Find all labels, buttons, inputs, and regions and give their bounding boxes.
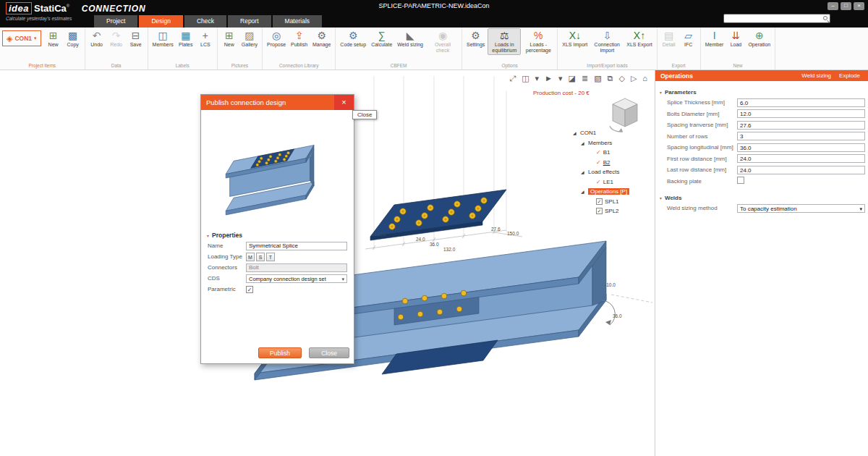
transparency-icon[interactable]: ◇ <box>618 73 624 83</box>
ribbon-labels-lcs-button[interactable]: +LCS <box>196 28 215 49</box>
ribbon-new-member-button[interactable]: IMember <box>703 28 726 49</box>
send-view-icon[interactable]: ▷ <box>631 73 637 83</box>
expander-icon[interactable]: ◢ <box>581 169 588 174</box>
tab-project[interactable]: Project <box>94 15 137 28</box>
ribbon-connection-library-manage-button[interactable]: ⚙Manage <box>310 28 333 49</box>
maximize-button[interactable]: □ <box>841 2 851 10</box>
ribbon-project-items-new-button[interactable]: ⊞New <box>44 28 63 49</box>
publish-button[interactable]: Publish <box>258 347 302 358</box>
select-caret-icon[interactable]: ▾ <box>558 73 563 83</box>
loading-type-s-button[interactable]: S <box>256 253 265 261</box>
section-collapse-icon[interactable]: ▾ <box>660 90 662 95</box>
checkbox-checked-icon[interactable]: ✓ <box>596 198 603 205</box>
loading-type-row: Loading Type M S T <box>208 251 347 262</box>
section-collapse-icon[interactable]: ▾ <box>207 233 209 238</box>
tree-node-le1[interactable]: ✓LE1 <box>571 177 652 187</box>
tree-node-con1[interactable]: ◢CON1 <box>571 128 652 138</box>
ribbon-group-label: Connection Library <box>265 62 333 69</box>
tree-node-spl2[interactable]: ✓SPL2 <box>571 206 652 216</box>
checked-icon[interactable]: ✓ <box>596 149 601 156</box>
param-label: Spacing longitudinal [mm] <box>667 144 737 151</box>
ribbon-item-label: Gallery <box>242 42 258 48</box>
camera-view-icon[interactable]: ◫ <box>522 73 529 83</box>
search-input[interactable] <box>723 14 830 23</box>
expander-icon[interactable]: ◢ <box>581 140 588 145</box>
copy-picture-icon[interactable]: ⧉ <box>608 73 613 83</box>
ribbon-data-save-button[interactable]: ⊟Save <box>127 28 145 49</box>
fit-view-icon[interactable]: ⤢ <box>509 73 516 83</box>
tree-node-spl1[interactable]: ✓SPL1 <box>571 197 652 207</box>
param-last-row-distance-mm-input[interactable]: 24.0 <box>737 166 865 174</box>
weld-sizing-link[interactable]: Weld sizing <box>801 72 839 79</box>
ribbon-options-loads-percentage-button[interactable]: %Loads - percentage <box>522 28 555 55</box>
param-spacing-tranverse-mm-input[interactable]: 27.6 <box>737 121 865 130</box>
section-collapse-icon[interactable]: ▾ <box>660 195 662 200</box>
ribbon-import-export-loads-connection-import-button[interactable]: ⇩Connection Import <box>590 28 624 55</box>
loading-type-t-button[interactable]: T <box>266 253 275 261</box>
clip-plane-icon[interactable]: ◪ <box>569 73 576 83</box>
ribbon-connection-library-publish-button[interactable]: ⇪Publish <box>289 28 310 49</box>
code-setup-icon: ⚙ <box>349 30 358 42</box>
tree-node-members[interactable]: ◢Members <box>571 138 652 148</box>
tab-materials[interactable]: Materials <box>273 15 322 28</box>
cds-select[interactable]: Company connection design set ▾ <box>246 274 347 283</box>
tree-node-load-effects[interactable]: ◢Load effects <box>571 167 652 177</box>
minimize-button[interactable]: – <box>827 2 838 10</box>
name-input[interactable] <box>246 242 347 250</box>
ribbon-project-items-copy-button[interactable]: ▩Copy <box>64 28 82 49</box>
ribbon-connection-library-propose-button[interactable]: ◎Propose <box>265 28 288 49</box>
ribbon-cbfem-code-setup-button[interactable]: ⚙Code setup <box>338 28 368 49</box>
ribbon-options-settings-button[interactable]: ⚙Settings <box>464 28 487 49</box>
close-button[interactable]: × <box>854 2 864 10</box>
solid-mode-icon[interactable]: ▧ <box>594 73 601 83</box>
ribbon-new-operation-button[interactable]: ⊕Operation <box>746 28 773 49</box>
ribbon-project-items-con1-button[interactable]: ◈CON1▾ <box>2 30 41 46</box>
ribbon-new-load-button[interactable]: ⇊Load <box>726 28 745 49</box>
parametric-checkbox[interactable]: ✓ <box>246 286 253 293</box>
tree-node-b2[interactable]: ✓B2 <box>571 158 652 168</box>
ribbon-group-cbfem: ⚙Code setup∑Calculate◣Weld sizing◉Overal… <box>336 28 462 69</box>
viewport-3d[interactable]: 132.0 24.0 36.0 132.0 27.6 150.0 -10.0 3… <box>0 70 655 456</box>
tab-design[interactable]: Design <box>139 15 182 28</box>
param-weld-sizing-method-select[interactable]: To capacity estimation▾ <box>737 204 865 213</box>
ribbon-labels-plates-button[interactable]: ▦Plates <box>176 28 195 49</box>
dialog-titlebar[interactable]: Publish connection design × <box>201 95 354 110</box>
ribbon-pictures-gallery-button[interactable]: ▨Gallery <box>239 28 260 49</box>
ribbon-cbfem-calculate-button[interactable]: ∑Calculate <box>369 28 394 49</box>
checked-icon[interactable]: ✓ <box>596 159 601 166</box>
expander-icon[interactable]: ◢ <box>581 189 588 194</box>
param-spacing-longitudinal-mm-input[interactable]: 36.0 <box>737 143 865 152</box>
tree-node-operations-p[interactable]: ◢Operations [P] <box>571 187 652 197</box>
param-backing-plate-checkbox[interactable] <box>737 177 744 184</box>
ribbon-import-export-loads-xls-export-button[interactable]: X↑XLS Export <box>624 28 654 49</box>
ribbon-data-undo-button[interactable]: ↶Undo <box>88 28 106 49</box>
tree-node-b1[interactable]: ✓B1 <box>571 148 652 158</box>
home-view-icon[interactable]: ⌂ <box>642 73 647 83</box>
checkbox-checked-icon[interactable]: ✓ <box>596 208 603 214</box>
param-bolts-diameter-mm-input[interactable]: 12.0 <box>737 109 865 118</box>
expander-icon[interactable]: ◢ <box>573 130 580 135</box>
publish-dialog: Publish connection design × ▾ <box>200 94 354 364</box>
checked-icon[interactable]: ✓ <box>596 179 601 185</box>
explode-link[interactable]: Explode <box>839 72 868 79</box>
tab-check[interactable]: Check <box>184 15 226 28</box>
select-cursor-icon[interactable]: ► <box>545 73 553 83</box>
ribbon-export-ifc-button[interactable]: ▱IFC <box>679 28 698 49</box>
tab-report[interactable]: Report <box>228 15 271 28</box>
close-button[interactable]: Close <box>309 347 349 358</box>
ribbon-cbfem-weld-sizing-button[interactable]: ◣Weld sizing <box>395 28 425 49</box>
param-splice-thickness-mm-input[interactable]: 6.0 <box>737 98 865 107</box>
tree-node-label: Load effects <box>588 169 619 175</box>
loading-type-m-button[interactable]: M <box>246 253 255 261</box>
ribbon-import-export-loads-xls-import-button[interactable]: X↓XLS Import <box>560 28 590 49</box>
search-icon <box>823 16 827 20</box>
dialog-close-button[interactable]: × <box>334 95 354 110</box>
ribbon-pictures-new-button[interactable]: ⊞New <box>220 28 239 49</box>
ribbon-labels-members-button[interactable]: ◫Members <box>150 28 176 49</box>
param-number-of-rows-input[interactable]: 3 <box>737 132 865 140</box>
tree-node-label: Members <box>588 140 612 146</box>
param-first-row-distance-mm-input[interactable]: 24.0 <box>737 154 865 163</box>
camera-caret-icon[interactable]: ▾ <box>535 73 540 83</box>
ribbon-options-loads-in-equilibrium-button[interactable]: ⚖Loads in equilibrium <box>488 28 521 55</box>
layers-icon[interactable]: ≣ <box>582 73 588 83</box>
